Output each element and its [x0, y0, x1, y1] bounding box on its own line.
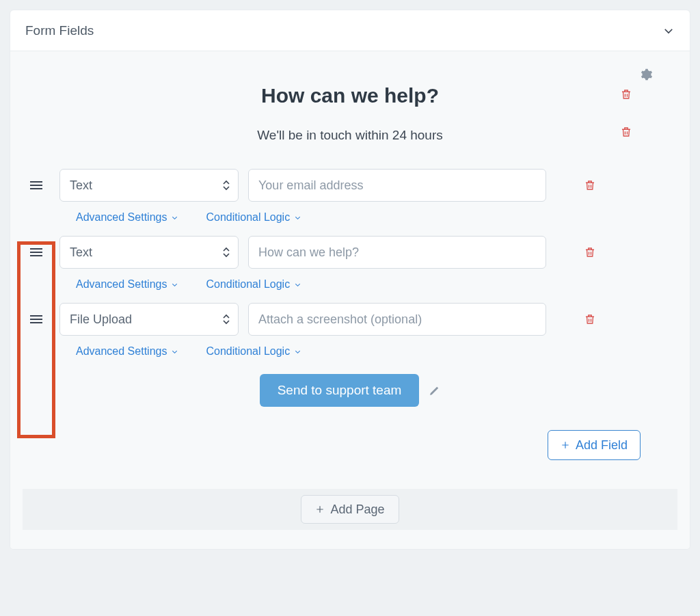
- advanced-settings-link[interactable]: Advanced Settings: [76, 345, 178, 358]
- panel-body: How can we help? We'll be in touch withi…: [10, 51, 690, 549]
- form-subheading[interactable]: We'll be in touch within 24 hours: [257, 128, 443, 143]
- field-type-select[interactable]: [59, 236, 239, 269]
- drag-handle-icon[interactable]: [23, 248, 50, 256]
- form-heading[interactable]: How can we help?: [261, 84, 439, 107]
- chevron-down-icon[interactable]: [662, 25, 675, 37]
- add-field-button[interactable]: Add Field: [548, 430, 641, 460]
- chevron-down-icon: [294, 348, 301, 356]
- field-row: [23, 159, 677, 202]
- trash-icon[interactable]: [584, 179, 596, 191]
- pencil-icon[interactable]: [429, 385, 440, 397]
- gear-icon[interactable]: [639, 68, 653, 81]
- advanced-settings-link[interactable]: Advanced Settings: [76, 278, 178, 291]
- conditional-logic-link[interactable]: Conditional Logic: [206, 211, 301, 224]
- drag-handle-icon[interactable]: [23, 315, 50, 323]
- panel-header[interactable]: Form Fields: [10, 10, 690, 51]
- button-label: Add Field: [576, 438, 628, 453]
- plus-icon: [561, 440, 570, 450]
- chevron-down-icon: [294, 214, 301, 222]
- field-type-select[interactable]: [59, 303, 239, 336]
- advanced-settings-link[interactable]: Advanced Settings: [76, 211, 178, 224]
- conditional-logic-link[interactable]: Conditional Logic: [206, 278, 301, 291]
- trash-icon[interactable]: [584, 246, 596, 258]
- add-page-button[interactable]: Add Page: [301, 495, 399, 524]
- field-placeholder-input[interactable]: [248, 169, 546, 202]
- link-label: Advanced Settings: [76, 211, 167, 224]
- field-row: [23, 226, 677, 269]
- trash-icon[interactable]: [620, 88, 632, 101]
- chevron-down-icon: [171, 348, 178, 356]
- field-placeholder-input[interactable]: [248, 303, 546, 336]
- submit-button[interactable]: Send to support team: [260, 374, 420, 407]
- link-label: Conditional Logic: [206, 345, 290, 358]
- drag-handle-icon[interactable]: [23, 181, 50, 189]
- field-row: [23, 293, 677, 336]
- plus-icon: [315, 505, 325, 514]
- chevron-down-icon: [171, 214, 178, 222]
- button-label: Add Page: [330, 503, 384, 517]
- link-label: Advanced Settings: [76, 278, 167, 291]
- add-page-bar: Add Page: [23, 489, 677, 530]
- field-type-select[interactable]: [59, 169, 239, 202]
- chevron-down-icon: [171, 281, 178, 289]
- field-placeholder-input[interactable]: [248, 236, 546, 269]
- panel-title: Form Fields: [25, 23, 94, 38]
- conditional-logic-link[interactable]: Conditional Logic: [206, 345, 301, 358]
- trash-icon[interactable]: [620, 126, 632, 138]
- trash-icon[interactable]: [584, 313, 596, 325]
- chevron-down-icon: [294, 281, 301, 289]
- link-label: Conditional Logic: [206, 278, 290, 291]
- link-label: Advanced Settings: [76, 345, 167, 358]
- form-fields-panel: Form Fields How can we help? We'll be in…: [10, 10, 690, 550]
- link-label: Conditional Logic: [206, 211, 290, 224]
